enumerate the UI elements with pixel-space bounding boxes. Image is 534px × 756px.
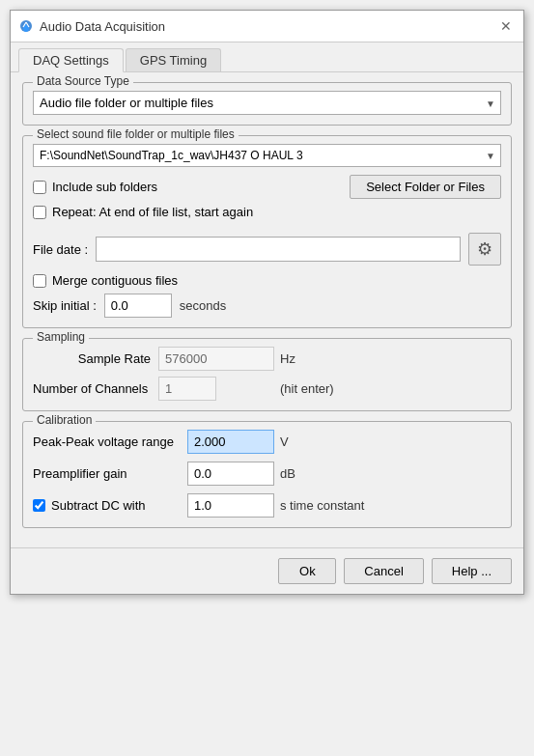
skip-row: Skip initial : seconds: [33, 294, 501, 318]
subtract-dc-row: Subtract DC with: [33, 498, 187, 513]
title-bar-left: Audio Data Acquisition: [18, 18, 165, 34]
include-subfolders-label: Include sub folders: [52, 180, 157, 194]
peak-peak-label: Peak-Peak voltage range: [33, 434, 187, 449]
channels-hint: (hit enter): [274, 381, 501, 396]
window-title: Audio Data Acquisition: [40, 19, 165, 34]
subtract-dc-unit: s time constant: [274, 498, 501, 513]
bottom-bar: Ok Cancel Help ...: [11, 547, 523, 594]
folder-path-row: [33, 144, 501, 167]
close-button[interactable]: ✕: [496, 16, 516, 36]
folder-path-dropdown: [33, 144, 501, 167]
merge-label: Merge contiguous files: [52, 273, 178, 288]
sound-file-group: Select sound file folder or multiple fil…: [22, 135, 512, 328]
folder-path-input[interactable]: [33, 144, 501, 167]
channels-label: Number of Channels: [33, 381, 158, 396]
preamp-input[interactable]: [187, 462, 274, 486]
subtract-dc-input[interactable]: [187, 493, 274, 518]
calibration-label: Calibration: [33, 413, 96, 427]
gear-button[interactable]: ⚙: [468, 233, 501, 266]
file-date-row: File date : ⚙: [33, 233, 501, 266]
preamp-label: Preamplifier gain: [33, 466, 187, 481]
sampling-grid: Sample Rate Hz Number of Channels (hit e…: [33, 347, 501, 401]
main-window: Audio Data Acquisition ✕ DAQ Settings GP…: [10, 10, 524, 595]
sample-rate-input[interactable]: [158, 347, 274, 371]
subtract-dc-checkbox[interactable]: [33, 499, 45, 512]
skip-input[interactable]: [104, 294, 172, 318]
subtract-dc-label: Subtract DC with: [51, 498, 146, 513]
include-subfolders-checkbox[interactable]: [33, 181, 46, 194]
file-date-label: File date :: [33, 242, 88, 257]
preamp-unit: dB: [274, 466, 501, 481]
sample-rate-unit: Hz: [274, 351, 501, 366]
tab-bar: DAQ Settings GPS Timing: [11, 42, 523, 72]
file-date-input[interactable]: [96, 237, 461, 262]
include-subfolders-row: Include sub folders: [33, 180, 157, 194]
window-icon: [18, 18, 34, 34]
repeat-checkbox[interactable]: [33, 206, 46, 219]
sample-rate-label: Sample Rate: [33, 351, 158, 366]
channels-input[interactable]: [158, 377, 216, 401]
main-content: Data Source Type Audio file folder or mu…: [11, 72, 523, 547]
peak-peak-input[interactable]: [187, 430, 274, 454]
repeat-row: Repeat: At end of file list, start again: [33, 205, 501, 219]
data-source-dropdown-wrapper: Audio file folder or multiple files Live…: [33, 91, 501, 115]
select-folder-button[interactable]: Select Folder or Files: [350, 175, 501, 199]
merge-checkbox[interactable]: [33, 274, 46, 288]
help-button[interactable]: Help ...: [432, 558, 512, 584]
calibration-grid: Peak-Peak voltage range V Preamplifier g…: [33, 430, 501, 518]
tab-daq[interactable]: DAQ Settings: [18, 48, 124, 72]
ok-button[interactable]: Ok: [278, 558, 336, 584]
peak-peak-unit: V: [274, 434, 501, 449]
sampling-group: Sampling Sample Rate Hz Number of Channe…: [22, 338, 512, 411]
title-bar: Audio Data Acquisition ✕: [11, 11, 523, 42]
data-source-label: Data Source Type: [33, 74, 133, 88]
sound-file-label: Select sound file folder or multiple fil…: [33, 127, 239, 141]
data-source-dropdown[interactable]: Audio file folder or multiple files Live…: [33, 91, 501, 115]
tab-gps[interactable]: GPS Timing: [126, 48, 221, 71]
skip-unit: seconds: [180, 298, 226, 313]
merge-row: Merge contiguous files: [33, 273, 501, 288]
skip-label: Skip initial :: [33, 298, 97, 313]
calibration-group: Calibration Peak-Peak voltage range V Pr…: [22, 421, 512, 528]
repeat-label: Repeat: At end of file list, start again: [52, 205, 253, 219]
cancel-button[interactable]: Cancel: [344, 558, 423, 584]
data-source-group: Data Source Type Audio file folder or mu…: [22, 82, 512, 126]
sampling-label: Sampling: [33, 330, 89, 344]
